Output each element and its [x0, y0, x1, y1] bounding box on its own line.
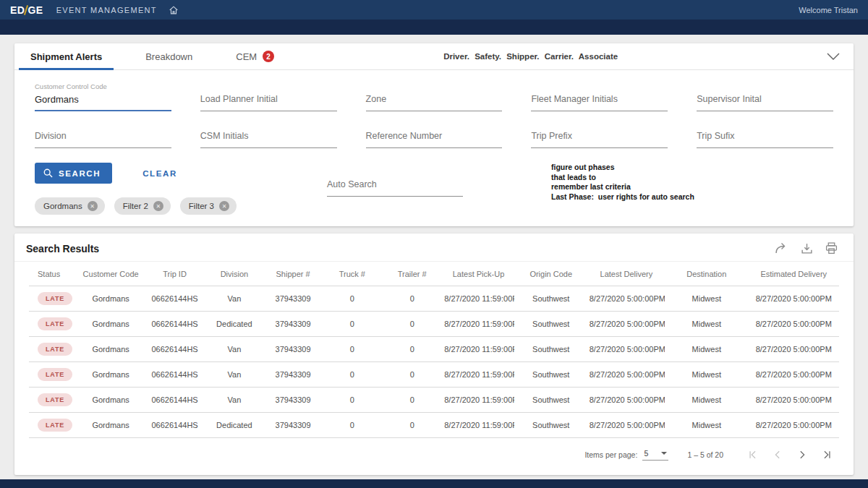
table-cell: Dedicated — [205, 312, 263, 337]
filter-fields: Customer Control CodeGordmansLoad Planne… — [14, 70, 854, 148]
table-cell: Gordmans — [77, 388, 144, 413]
logo-text-right: GE — [27, 4, 43, 16]
table-cell: Van — [205, 337, 263, 362]
text-field-division[interactable]: Division — [35, 117, 171, 148]
status-badge: LATE — [38, 292, 72, 305]
column-header-trailer: Trailer # — [381, 262, 443, 286]
chip-label: Filter 2 — [123, 202, 148, 210]
table-row[interactable]: LATEGordmans06626144HSDedicated379433090… — [29, 413, 839, 438]
column-header-trip-id: Trip ID — [144, 262, 205, 286]
table-cell: 06626144HS — [144, 312, 205, 337]
table-cell: Van — [205, 388, 263, 413]
print-icon[interactable] — [825, 242, 838, 254]
table-cell: 8/27/2020 11:59:00PM — [443, 312, 514, 337]
chip-remove-icon[interactable]: ✕ — [88, 201, 98, 211]
table-cell: Midwest — [665, 388, 748, 413]
field-placeholder: Reference Number — [366, 131, 443, 141]
search-button[interactable]: SEARCH — [35, 163, 112, 184]
items-per-page-value: 5 — [644, 449, 648, 458]
welcome-user-label: Welcome Tristan — [799, 6, 858, 14]
table-row[interactable]: LATEGordmans06626144HSDedicated379433090… — [29, 312, 839, 337]
note-line: remember last criteria — [551, 182, 694, 192]
table-cell: Midwest — [665, 413, 748, 438]
column-header-destination: Destination — [665, 262, 748, 286]
field-placeholder: Trip Prefix — [531, 131, 572, 141]
table-cell: Gordmans — [77, 362, 144, 388]
table-cell: 8/27/2020 11:59:00PM — [443, 413, 514, 438]
table-row[interactable]: LATEGordmans06626144HSVan37943309008/27/… — [29, 388, 839, 413]
table-cell: Southwest — [514, 337, 588, 362]
filter-chip-gordmans[interactable]: Gordmans✕ — [35, 197, 105, 215]
share-icon[interactable] — [775, 242, 788, 254]
note-line: figure out phases — [551, 163, 694, 173]
chip-label: Gordmans — [43, 202, 82, 210]
table-cell: 8/27/2020 5:00:00PM — [588, 337, 665, 362]
next-page-button[interactable] — [794, 450, 810, 460]
notes-text: figure out phasesthat leads toremember l… — [551, 163, 694, 215]
field-placeholder: Zone — [366, 94, 387, 104]
table-cell: Southwest — [514, 413, 588, 438]
table-row[interactable]: LATEGordmans06626144HSVan37943309008/27/… — [29, 286, 839, 312]
table-cell: 0 — [323, 413, 382, 438]
home-icon[interactable] — [169, 5, 179, 15]
chip-remove-icon[interactable]: ✕ — [219, 201, 229, 211]
table-cell: 8/27/2020 11:59:00PM — [443, 388, 514, 413]
table-cell: 0 — [381, 413, 443, 438]
table-cell: Gordmans — [77, 413, 144, 438]
status-cell: LATE — [29, 388, 77, 413]
chip-remove-icon[interactable]: ✕ — [153, 201, 163, 211]
table-cell: Midwest — [665, 312, 748, 337]
table-row[interactable]: LATEGordmans06626144HSVan37943309008/27/… — [29, 337, 839, 362]
column-header-shipper: Shipper # — [263, 262, 323, 286]
top-app-bar: EDGE EVENT MANAGEMENT Welcome Tristan — [0, 0, 868, 20]
text-field-supervisor-inital[interactable]: Supervisor Inital — [697, 80, 833, 111]
status-badge: LATE — [38, 393, 72, 406]
filter-chip-filter-3[interactable]: Filter 3✕ — [180, 197, 237, 215]
field-value: Gordmans — [35, 94, 79, 105]
text-field-load-planner-initial[interactable]: Load Planner Initial — [200, 80, 337, 111]
table-cell: 8/27/2020 11:59:00PM — [443, 362, 514, 388]
field-placeholder: Fleet Manager Initials — [531, 94, 618, 104]
table-cell: 0 — [381, 286, 443, 312]
filter-chip-filter-2[interactable]: Filter 2✕ — [114, 197, 171, 215]
column-header-status: Status — [29, 262, 77, 286]
last-page-button[interactable] — [819, 450, 835, 460]
clear-button[interactable]: CLEAR — [138, 168, 182, 179]
table-cell: 06626144HS — [144, 286, 205, 312]
text-field-csm-initials[interactable]: CSM Initials — [200, 117, 337, 148]
text-field-customer-control-code[interactable]: Customer Control CodeGordmans — [35, 80, 171, 111]
previous-page-button[interactable] — [770, 450, 786, 460]
text-field-trip-sufix[interactable]: Trip Sufix — [697, 117, 833, 148]
auto-search-field[interactable]: Auto Search — [327, 166, 463, 197]
table-cell: Gordmans — [77, 312, 144, 337]
search-results-card: Search Results — [14, 234, 854, 475]
items-per-page-select[interactable]: 5 — [642, 449, 668, 461]
column-header-latest-pick-up: Latest Pick-Up — [443, 262, 514, 286]
text-field-trip-prefix[interactable]: Trip Prefix — [531, 117, 668, 148]
text-field-reference-number[interactable]: Reference Number — [366, 117, 503, 148]
first-page-button[interactable] — [745, 450, 761, 460]
table-cell: Midwest — [665, 362, 748, 388]
search-icon — [43, 168, 53, 178]
pagination-bar: Items per page: 5 1 – 5 of 20 — [14, 438, 854, 474]
tab-breakdown[interactable]: Breakdown — [134, 43, 204, 69]
results-title: Search Results — [26, 243, 99, 254]
text-field-zone[interactable]: Zone — [366, 80, 503, 111]
download-icon[interactable] — [801, 242, 813, 254]
table-cell: 37943309 — [263, 362, 323, 388]
tab-label: Breakdown — [145, 51, 192, 62]
status-cell: LATE — [29, 312, 77, 337]
tab-cem[interactable]: CEM2 — [224, 43, 286, 69]
status-cell: LATE — [29, 362, 77, 388]
table-cell: Southwest — [514, 388, 588, 413]
chevron-down-icon[interactable] — [826, 52, 841, 61]
table-cell: 0 — [381, 312, 443, 337]
status-badge: LATE — [38, 343, 72, 356]
secondary-navy-bar — [0, 20, 868, 35]
tab-shipment-alerts[interactable]: Shipment Alerts — [19, 43, 114, 69]
pagination-range-label: 1 – 5 of 20 — [687, 450, 723, 459]
table-cell: 8/27/2020 5:00:00PM — [588, 362, 665, 388]
text-field-fleet-manager-initials[interactable]: Fleet Manager Initials — [531, 80, 668, 111]
table-row[interactable]: LATEGordmans06626144HSVan37943309008/27/… — [29, 362, 839, 388]
tab-bar: Shipment AlertsBreakdownCEM2 Driver. Saf… — [14, 43, 854, 70]
